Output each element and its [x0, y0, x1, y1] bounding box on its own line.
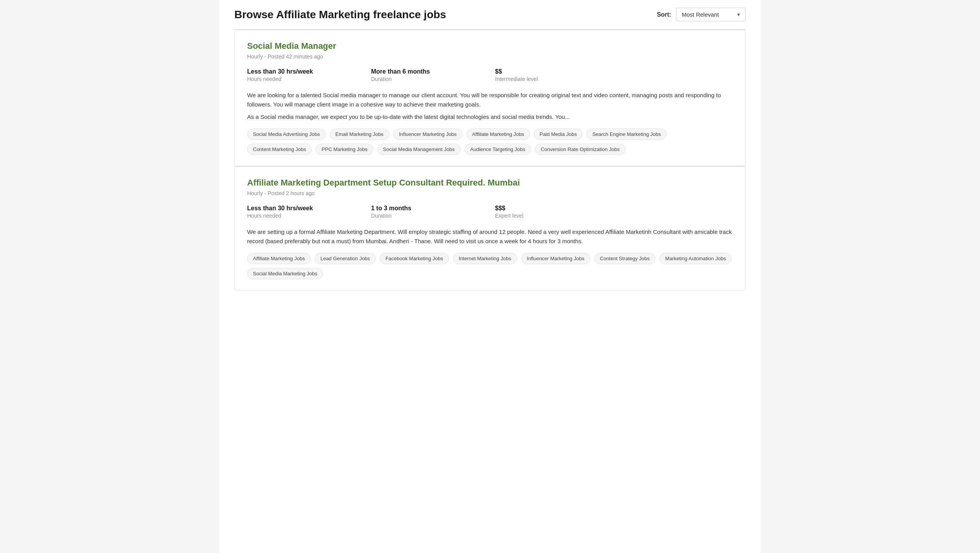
job-detail-label: Hours needed [247, 213, 371, 219]
page-title: Browse Affiliate Marketing freelance job… [234, 9, 446, 21]
jobs-list: Social Media ManagerHourly - Posted 42 m… [234, 29, 746, 290]
job-details-grid: Less than 30 hrs/weekHours neededMore th… [247, 68, 733, 82]
job-card: Affiliate Marketing Department Setup Con… [234, 167, 746, 290]
job-tag[interactable]: Paid Media Jobs [534, 129, 583, 140]
job-description-paragraph: We are looking for a talented Social med… [247, 91, 733, 109]
job-tags: Affiliate Marketing JobsLead Generation … [247, 253, 733, 279]
sort-label: Sort: [657, 11, 671, 18]
job-detail-value: $$ [495, 68, 619, 75]
job-detail-value: Less than 30 hrs/week [247, 68, 371, 75]
job-detail-item: $$$Expert level [495, 205, 619, 219]
page-wrapper: Browse Affiliate Marketing freelance job… [219, 0, 761, 553]
sort-container: Sort: Most RelevantNewest FirstOldest Fi… [657, 8, 746, 21]
job-tag[interactable]: Social Media Marketing Jobs [247, 268, 323, 279]
job-tag[interactable]: Affiliate Marketing Jobs [247, 253, 311, 264]
job-detail-item: $$Intermediate level [495, 68, 619, 82]
job-details-grid: Less than 30 hrs/weekHours needed1 to 3 … [247, 205, 733, 219]
job-tag[interactable]: PPC Marketing Jobs [316, 144, 373, 155]
job-tag[interactable]: Content Strategy Jobs [594, 253, 656, 264]
job-detail-value: 1 to 3 months [371, 205, 495, 212]
job-detail-item: Less than 30 hrs/weekHours needed [247, 205, 371, 219]
job-detail-label: Duration [371, 76, 495, 82]
job-detail-value: $$$ [495, 205, 619, 212]
job-tag[interactable]: Conversion Rate Optimization Jobs [535, 144, 626, 155]
job-detail-item: Less than 30 hrs/weekHours needed [247, 68, 371, 82]
job-tag[interactable]: Influencer Marketing Jobs [521, 253, 590, 264]
job-description-paragraph: We are setting up a formal Affiliate Mar… [247, 227, 733, 246]
job-detail-label: Hours needed [247, 76, 371, 82]
job-tag[interactable]: Marketing Automation Jobs [659, 253, 732, 264]
job-card: Social Media ManagerHourly - Posted 42 m… [234, 30, 746, 166]
job-title[interactable]: Social Media Manager [247, 41, 336, 51]
job-tag[interactable]: Affiliate Marketing Jobs [466, 129, 530, 140]
job-detail-item: 1 to 3 monthsDuration [371, 205, 495, 219]
job-detail-value: Less than 30 hrs/week [247, 205, 371, 212]
job-tags: Social Media Advertising JobsEmail Marke… [247, 129, 733, 155]
job-tag[interactable]: Social Media Advertising Jobs [247, 129, 326, 140]
sort-select[interactable]: Most RelevantNewest FirstOldest First [676, 8, 746, 21]
job-tag[interactable]: Email Marketing Jobs [330, 129, 389, 140]
page-header: Browse Affiliate Marketing freelance job… [234, 8, 746, 29]
job-meta: Hourly - Posted 2 hours ago [247, 190, 733, 196]
job-detail-label: Intermediate level [495, 76, 619, 82]
job-detail-label: Duration [371, 213, 495, 219]
sort-select-wrapper: Most RelevantNewest FirstOldest First [676, 8, 746, 21]
job-tag[interactable]: Content Marketing Jobs [247, 144, 312, 155]
job-tag[interactable]: Facebook Marketing Jobs [380, 253, 449, 264]
job-tag[interactable]: Influencer Marketing Jobs [393, 129, 462, 140]
job-detail-item: More than 6 monthsDuration [371, 68, 495, 82]
job-meta: Hourly - Posted 42 minutes ago [247, 53, 733, 60]
job-detail-label: Expert level [495, 213, 619, 219]
job-tag[interactable]: Lead Generation Jobs [315, 253, 376, 264]
job-tag[interactable]: Audience Targeting Jobs [464, 144, 531, 155]
job-title[interactable]: Affiliate Marketing Department Setup Con… [247, 178, 520, 188]
job-tag[interactable]: Social Media Management Jobs [377, 144, 461, 155]
job-tag[interactable]: Internet Marketing Jobs [453, 253, 517, 264]
job-description-paragraph: As a Social media manager, we expect you… [247, 112, 733, 122]
job-detail-value: More than 6 months [371, 68, 495, 75]
job-tag[interactable]: Search Engine Marketing Jobs [586, 129, 667, 140]
